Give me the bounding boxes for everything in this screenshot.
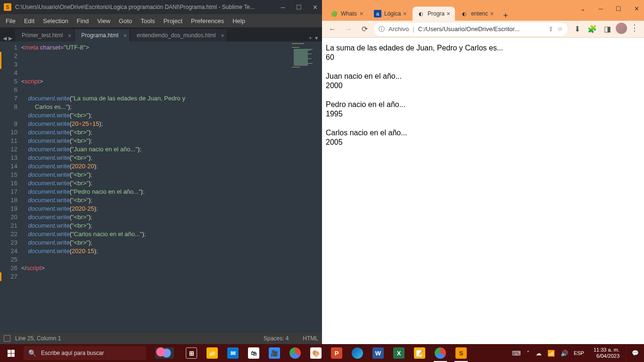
maximize-button[interactable]: ☐ (614, 5, 623, 12)
menu-preferences[interactable]: Preferences (187, 16, 228, 26)
bookmark-icon[interactable]: ☆ (557, 25, 563, 33)
close-button[interactable]: ✕ (632, 5, 641, 12)
extensions-icon[interactable]: 🧩 (586, 23, 599, 36)
menu-edit[interactable]: Edit (20, 16, 38, 26)
minimize-button[interactable]: ─ (596, 5, 605, 12)
app-chrome-1[interactable] (285, 344, 305, 362)
chrome-window: ⌄ ─ ☐ ✕ 🟢Whats× aLógica× ◐Progra× ◐enten… (322, 0, 644, 344)
tab-primer-test[interactable]: Primer_test.html× (15, 29, 74, 41)
menu-help[interactable]: Help (229, 16, 249, 26)
new-tab-button[interactable]: + (499, 11, 512, 21)
windows-icon (8, 350, 15, 357)
tray-keyboard-icon[interactable]: ⌨ (512, 350, 521, 357)
close-icon[interactable]: × (68, 33, 71, 39)
tab-programa[interactable]: Programa.html× (74, 29, 130, 41)
output-line: Juan nacio en el año... (326, 72, 640, 81)
maximize-button[interactable]: ☐ (296, 4, 302, 11)
output-value: 1995 (326, 109, 640, 119)
tab-programa[interactable]: ◐Progra× (413, 7, 455, 21)
sublime-statusbar: Line 25, Column 1 Spaces: 4 HTML (0, 333, 322, 344)
taskbar: 🔍Escribe aquí para buscar ⊞ 📁 ✉ 🛍 🎥 🎨 P … (0, 344, 644, 362)
search-icon: 🔍 (28, 349, 36, 357)
tray-volume-icon[interactable]: 🔊 (561, 350, 568, 357)
output-value: 2005 (326, 138, 640, 147)
app-excel[interactable]: X (388, 344, 409, 362)
tab-entendiendo[interactable]: ◐entenc× (456, 7, 498, 21)
menu-selection[interactable]: Selection (39, 16, 72, 26)
share-icon[interactable]: ⇪ (548, 25, 553, 33)
url-text: C:/Users/Usuario/OneDrive/Escritor... (418, 25, 545, 33)
app-mail[interactable]: ✉ (223, 344, 243, 362)
status-icon[interactable] (4, 335, 10, 342)
app-paint[interactable]: 🎨 (305, 344, 326, 362)
address-bar[interactable]: ⓘ Archivo | C:/Users/Usuario/OneDrive/Es… (374, 23, 568, 36)
app-word[interactable]: W (368, 344, 388, 362)
task-view-button[interactable]: ⊞ (181, 344, 202, 362)
close-button[interactable]: ✕ (312, 4, 318, 11)
tray-wifi-icon[interactable]: 📶 (547, 350, 555, 357)
tray-onedrive-icon[interactable]: ☁ (536, 350, 542, 357)
output-value: 60 (326, 53, 640, 62)
app-zoom[interactable]: 🎥 (264, 344, 285, 362)
editor-body: 1234567891011121314151617181920212223242… (0, 41, 322, 333)
menu-file[interactable]: File (2, 16, 19, 26)
tab-menu-button[interactable]: ▾ (315, 34, 318, 41)
menu-view[interactable]: View (93, 16, 114, 26)
code-area[interactable]: <meta charset="UTF-8"> <script> document… (21, 41, 289, 333)
app-powerpoint[interactable]: P (326, 344, 347, 362)
tray-language[interactable]: ESP (574, 350, 584, 356)
tab-whatsapp[interactable]: 🟢Whats× (326, 7, 368, 21)
sidepanel-icon[interactable]: ◨ (601, 23, 614, 36)
app-store[interactable]: 🛍 (243, 344, 264, 362)
tray-clock[interactable]: 11:33 a. m. 6/04/2023 (590, 347, 623, 359)
status-lang[interactable]: HTML (303, 335, 318, 342)
sublime-menubar: File Edit Selection Find View Goto Tools… (0, 14, 322, 27)
taskbar-widget[interactable] (148, 344, 181, 362)
system-tray: ⌨ ˄ ☁ 📶 🔊 ESP 11:33 a. m. 6/04/2023 (509, 344, 626, 362)
close-icon[interactable]: × (446, 10, 450, 17)
menu-tools[interactable]: Tools (137, 16, 158, 26)
tab-logica[interactable]: aLógica× (369, 7, 412, 21)
minimap[interactable] (289, 41, 322, 333)
output-value: 2000 (326, 81, 640, 90)
sublime-titlebar[interactable]: S C:\Users\Usuario\OneDrive\Escritorio\L… (0, 0, 322, 14)
chrome-menu-down-icon[interactable]: ⌄ (578, 5, 587, 12)
chrome-toolbar: ← → ⟳ ⓘ Archivo | C:/Users/Usuario/OneDr… (322, 21, 644, 38)
output-line: La suma de las edades de Juan, Pedro y C… (326, 43, 640, 53)
menu-button[interactable]: ⋮ (629, 23, 640, 36)
app-explorer[interactable]: 📁 (202, 344, 223, 362)
tab-entendiendo[interactable]: entendiendo_dos_mundos.html× (130, 29, 227, 41)
close-icon[interactable]: × (221, 33, 224, 39)
start-button[interactable] (0, 344, 22, 362)
minimize-button[interactable]: ─ (280, 4, 286, 11)
status-spaces[interactable]: Spaces: 4 (264, 335, 289, 342)
taskbar-apps: ⊞ 📁 ✉ 🛍 🎥 🎨 P W X 📝 S (181, 344, 471, 362)
whatsapp-icon: 🟢 (330, 10, 338, 17)
info-icon: ⓘ (379, 25, 385, 33)
tab-nav[interactable]: ◀▶ (0, 35, 15, 41)
back-button[interactable]: ← (326, 23, 339, 36)
app-notes[interactable]: 📝 (409, 344, 430, 362)
profile-avatar[interactable] (616, 23, 627, 34)
close-icon[interactable]: × (360, 10, 363, 17)
taskbar-search[interactable]: 🔍Escribe aquí para buscar (24, 346, 146, 360)
app-edge[interactable] (347, 344, 368, 362)
menu-find[interactable]: Find (73, 16, 92, 26)
menu-project[interactable]: Project (160, 16, 186, 26)
app-sublime[interactable]: S (451, 344, 471, 362)
app-chrome-2[interactable] (430, 344, 451, 362)
new-tab-button[interactable]: + (308, 34, 312, 41)
output-line: Carlos nacio en el año... (326, 128, 640, 138)
close-icon[interactable]: × (124, 33, 127, 39)
download-icon[interactable]: ⬇ (570, 23, 584, 36)
sublime-tabbar: ◀▶ Primer_test.html× Programa.html× ente… (0, 27, 322, 41)
tray-chevron-icon[interactable]: ˄ (527, 350, 530, 357)
forward-button[interactable]: → (342, 23, 355, 36)
close-icon[interactable]: × (403, 10, 407, 17)
notification-button[interactable]: 💬 (626, 344, 644, 362)
widget-icon (155, 347, 174, 359)
menu-goto[interactable]: Goto (115, 16, 136, 26)
close-icon[interactable]: × (490, 10, 494, 17)
reload-button[interactable]: ⟳ (358, 23, 371, 36)
cursor-position: Line 25, Column 1 (15, 335, 61, 342)
